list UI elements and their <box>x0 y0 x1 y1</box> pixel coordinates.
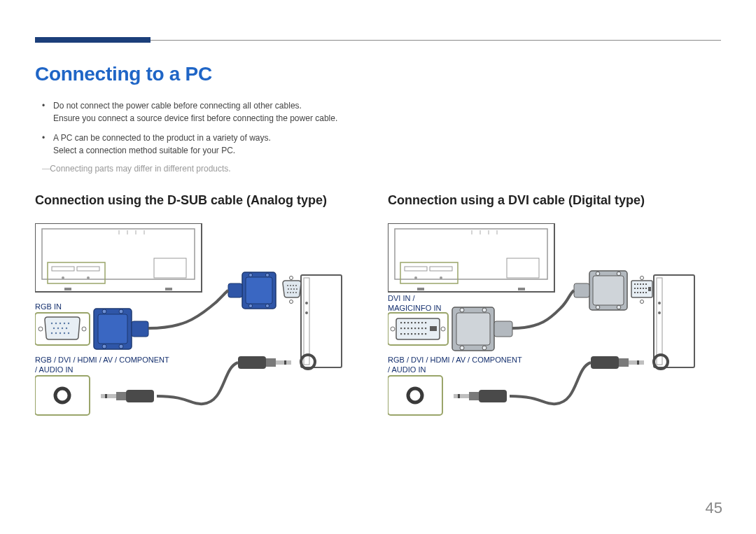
label-dvi-in: DVI IN / MAGICINFO IN <box>388 293 441 314</box>
label-rgb-in: RGB IN <box>35 302 62 311</box>
svg-point-79 <box>414 276 417 279</box>
svg-point-29 <box>295 292 297 293</box>
right-column: Connection using a DVI cable (Digital ty… <box>388 193 721 433</box>
svg-rect-117 <box>404 322 405 323</box>
svg-point-59 <box>248 273 252 276</box>
svg-point-16 <box>305 302 308 304</box>
svg-rect-13 <box>165 288 172 290</box>
bullet-line: Ensure you connect a source device first… <box>53 113 337 123</box>
svg-rect-66 <box>126 390 154 402</box>
svg-rect-123 <box>425 322 426 323</box>
svg-point-36 <box>51 323 52 324</box>
svg-rect-2 <box>48 262 105 283</box>
svg-rect-51 <box>98 314 127 344</box>
svg-rect-107 <box>645 292 647 293</box>
svg-rect-132 <box>400 333 402 335</box>
svg-rect-69 <box>105 394 107 398</box>
right-heading: Connection using a DVI cable (Digital ty… <box>388 193 721 208</box>
svg-rect-67 <box>116 392 126 400</box>
svg-rect-85 <box>507 258 539 278</box>
svg-rect-160 <box>458 394 460 398</box>
svg-point-80 <box>440 276 442 279</box>
svg-point-61 <box>248 304 252 307</box>
svg-rect-95 <box>640 283 641 285</box>
svg-rect-105 <box>640 292 641 293</box>
svg-rect-135 <box>411 333 412 335</box>
label-audio-in-right: RGB / DVI / HDMI / AV / COMPONENT / AUDI… <box>388 355 522 375</box>
svg-rect-68 <box>101 394 116 398</box>
svg-rect-155 <box>388 376 442 415</box>
svg-rect-159 <box>454 394 469 398</box>
svg-rect-78 <box>430 267 452 271</box>
svg-rect-126 <box>407 328 409 329</box>
intro-bullets: Do not connect the power cable before co… <box>35 99 721 157</box>
label-line: RGB / DVI / HDMI / AV / COMPONENT <box>388 356 522 364</box>
svg-rect-133 <box>404 333 405 335</box>
svg-rect-158 <box>469 392 479 400</box>
svg-point-143 <box>460 308 464 312</box>
svg-rect-11 <box>154 258 186 278</box>
svg-point-152 <box>596 305 600 309</box>
svg-rect-86 <box>417 288 424 290</box>
svg-point-20 <box>293 285 294 286</box>
svg-rect-149 <box>593 276 624 305</box>
svg-point-49 <box>68 332 69 334</box>
footnote: Connecting parts may differ in different… <box>35 164 721 174</box>
svg-point-38 <box>59 323 61 324</box>
svg-point-6 <box>87 276 90 279</box>
bullet-item: A PC can be connected to the product in … <box>42 132 721 157</box>
label-line: / AUDIO IN <box>388 365 426 374</box>
svg-point-151 <box>617 272 621 276</box>
svg-point-145 <box>460 346 464 350</box>
dsub-svg <box>35 223 357 433</box>
svg-point-45 <box>51 332 52 334</box>
svg-rect-99 <box>637 288 638 289</box>
svg-point-25 <box>296 288 298 290</box>
svg-rect-3 <box>52 267 74 271</box>
bullet-line: A PC can be connected to the product in … <box>53 133 271 143</box>
svg-point-40 <box>68 323 69 324</box>
svg-rect-64 <box>35 376 90 415</box>
svg-rect-118 <box>407 322 409 323</box>
svg-point-44 <box>66 328 67 329</box>
dvi-diagram: DVI IN / MAGICINFO IN RGB / DVI / HDMI /… <box>388 223 710 433</box>
svg-point-54 <box>102 344 106 349</box>
svg-rect-72 <box>276 360 291 365</box>
svg-rect-12 <box>64 288 71 290</box>
svg-point-30 <box>290 276 293 280</box>
svg-rect-125 <box>404 328 405 329</box>
svg-point-5 <box>62 276 64 279</box>
svg-rect-137 <box>418 333 419 335</box>
svg-rect-142 <box>456 313 490 345</box>
label-audio-in: RGB / DVI / HDMI / AV / COMPONENT / AUDI… <box>35 355 169 375</box>
svg-point-62 <box>265 304 269 307</box>
svg-rect-119 <box>411 322 412 323</box>
svg-rect-124 <box>400 328 402 329</box>
svg-point-18 <box>287 285 288 286</box>
page-title: Connecting to a PC <box>35 63 721 85</box>
svg-rect-127 <box>411 328 412 329</box>
svg-point-60 <box>265 273 269 276</box>
svg-point-52 <box>102 309 106 314</box>
svg-point-22 <box>288 288 289 290</box>
left-column: Connection using the D-SUB cable (Analog… <box>35 193 368 433</box>
svg-rect-162 <box>619 358 629 367</box>
svg-rect-122 <box>421 322 423 323</box>
svg-rect-102 <box>645 288 647 289</box>
svg-rect-108 <box>648 287 651 291</box>
header-rule <box>35 35 721 45</box>
svg-rect-106 <box>643 292 644 293</box>
svg-rect-131 <box>425 328 426 329</box>
svg-rect-87 <box>518 288 525 290</box>
svg-point-53 <box>119 309 123 314</box>
svg-rect-101 <box>643 288 644 289</box>
svg-rect-140 <box>430 326 437 331</box>
svg-point-55 <box>119 344 123 349</box>
svg-rect-98 <box>634 288 636 289</box>
svg-point-150 <box>596 272 600 276</box>
svg-rect-138 <box>421 333 423 335</box>
svg-rect-75 <box>395 229 547 279</box>
svg-rect-73 <box>284 360 286 365</box>
svg-rect-134 <box>407 333 409 335</box>
bullet-item: Do not connect the power cable before co… <box>42 99 721 125</box>
